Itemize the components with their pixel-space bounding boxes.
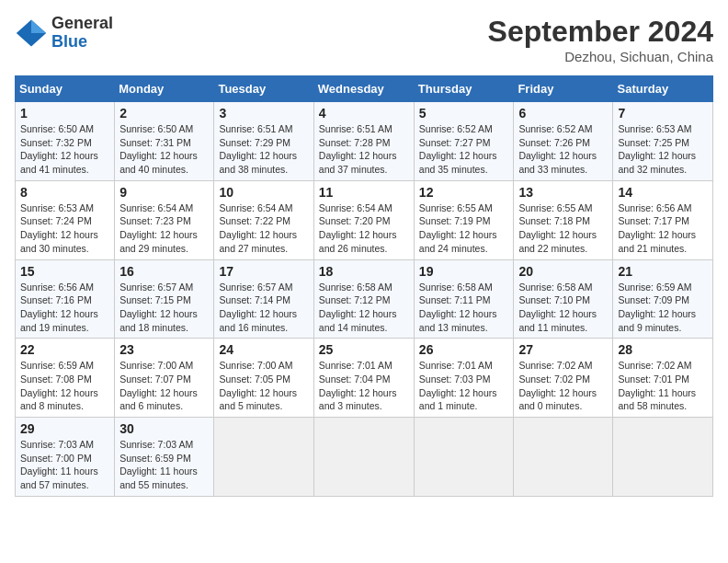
day-info: Sunrise: 7:01 AM Sunset: 7:03 PM Dayligh… [419,359,509,413]
sunrise-text: Sunrise: 7:02 AM [618,360,691,371]
day-cell-20: 20 Sunrise: 6:58 AM Sunset: 7:10 PM Dayl… [514,259,613,339]
sunrise-text: Sunrise: 6:59 AM [618,282,691,293]
day-cell-15: 15 Sunrise: 6:56 AM Sunset: 7:16 PM Dayl… [16,259,115,339]
sunset-text: Sunset: 7:05 PM [219,373,290,385]
daylight-text: Daylight: 12 hours and 41 minutes. [20,150,98,175]
sunrise-text: Sunrise: 6:54 AM [119,202,193,213]
day-cell-18: 18 Sunrise: 6:58 AM Sunset: 7:12 PM Dayl… [313,259,414,339]
day-cell-16: 16 Sunrise: 6:57 AM Sunset: 7:15 PM Dayl… [115,259,214,339]
day-cell-14: 14 Sunrise: 6:56 AM Sunset: 7:17 PM Dayl… [613,180,713,259]
header-day-sunday: Sunday [16,76,115,102]
day-number: 4 [319,106,409,121]
sunset-text: Sunset: 7:08 PM [20,373,92,385]
logo-text: General Blue [51,15,113,52]
daylight-text: Daylight: 12 hours and 19 minutes. [20,308,98,333]
header-day-saturday: Saturday [613,76,713,102]
day-cell-26: 26 Sunrise: 7:01 AM Sunset: 7:03 PM Dayl… [414,339,514,418]
daylight-text: Daylight: 12 hours and 1 minute. [419,387,497,412]
day-cell-3: 3 Sunrise: 6:51 AM Sunset: 7:29 PM Dayli… [214,102,313,181]
sunset-text: Sunset: 7:17 PM [618,215,689,226]
empty-cell [514,418,613,497]
header-day-thursday: Thursday [414,76,514,102]
sunset-text: Sunset: 7:07 PM [119,373,191,385]
sunset-text: Sunset: 7:27 PM [419,137,491,148]
daylight-text: Daylight: 12 hours and 35 minutes. [419,150,497,175]
sunset-text: Sunset: 7:28 PM [319,137,391,148]
day-number: 28 [618,342,708,357]
day-cell-17: 17 Sunrise: 6:57 AM Sunset: 7:14 PM Dayl… [214,259,313,339]
sunset-text: Sunset: 7:32 PM [20,137,92,148]
day-number: 20 [518,264,608,279]
sunset-text: Sunset: 6:59 PM [119,453,191,464]
daylight-text: Daylight: 12 hours and 18 minutes. [119,308,198,333]
sunrise-text: Sunrise: 6:51 AM [219,123,292,134]
day-number: 11 [319,185,409,200]
daylight-text: Daylight: 12 hours and 5 minutes. [219,387,297,412]
day-cell-19: 19 Sunrise: 6:58 AM Sunset: 7:11 PM Dayl… [414,259,514,339]
sunset-text: Sunset: 7:20 PM [319,215,391,226]
daylight-text: Daylight: 12 hours and 37 minutes. [319,150,397,175]
daylight-text: Daylight: 11 hours and 55 minutes. [119,465,198,490]
sunset-text: Sunset: 7:19 PM [419,215,491,226]
day-cell-22: 22 Sunrise: 6:59 AM Sunset: 7:08 PM Dayl… [16,339,115,418]
day-number: 23 [119,342,209,357]
day-number: 12 [419,185,509,200]
day-cell-13: 13 Sunrise: 6:55 AM Sunset: 7:18 PM Dayl… [514,180,613,259]
daylight-text: Daylight: 12 hours and 8 minutes. [20,387,98,412]
day-info: Sunrise: 6:58 AM Sunset: 7:12 PM Dayligh… [319,281,409,335]
sunrise-text: Sunrise: 6:59 AM [20,360,94,371]
day-info: Sunrise: 6:54 AM Sunset: 7:20 PM Dayligh… [319,201,409,256]
day-info: Sunrise: 6:51 AM Sunset: 7:28 PM Dayligh… [319,122,409,177]
logo: General Blue [15,15,113,52]
sunrise-text: Sunrise: 6:58 AM [518,282,592,293]
day-number: 24 [219,342,308,357]
sunset-text: Sunset: 7:31 PM [119,137,191,148]
day-info: Sunrise: 7:00 AM Sunset: 7:07 PM Dayligh… [119,359,209,413]
day-number: 29 [20,421,109,436]
day-number: 17 [219,264,308,279]
sunset-text: Sunset: 7:12 PM [319,294,391,305]
day-info: Sunrise: 7:03 AM Sunset: 6:59 PM Dayligh… [119,438,209,492]
sunrise-text: Sunrise: 6:50 AM [119,123,193,134]
page-header: General Blue September 2024 Dezhou, Sich… [15,15,713,64]
header-day-friday: Friday [514,76,613,102]
day-info: Sunrise: 7:02 AM Sunset: 7:01 PM Dayligh… [618,359,708,413]
day-cell-21: 21 Sunrise: 6:59 AM Sunset: 7:09 PM Dayl… [613,259,713,339]
day-info: Sunrise: 6:57 AM Sunset: 7:14 PM Dayligh… [219,281,308,335]
daylight-text: Daylight: 12 hours and 22 minutes. [518,229,597,254]
sunset-text: Sunset: 7:10 PM [518,294,590,305]
day-cell-1: 1 Sunrise: 6:50 AM Sunset: 7:32 PM Dayli… [16,102,115,181]
daylight-text: Daylight: 12 hours and 32 minutes. [618,150,696,175]
day-cell-7: 7 Sunrise: 6:53 AM Sunset: 7:25 PM Dayli… [613,102,713,181]
day-info: Sunrise: 6:56 AM Sunset: 7:17 PM Dayligh… [618,201,708,256]
daylight-text: Daylight: 12 hours and 33 minutes. [518,150,597,175]
day-number: 13 [518,185,608,200]
day-number: 9 [119,185,209,200]
day-info: Sunrise: 7:03 AM Sunset: 7:00 PM Dayligh… [20,438,109,492]
sunrise-text: Sunrise: 7:00 AM [219,360,292,371]
day-cell-30: 30 Sunrise: 7:03 AM Sunset: 6:59 PM Dayl… [115,418,214,497]
day-cell-6: 6 Sunrise: 6:52 AM Sunset: 7:26 PM Dayli… [514,102,613,181]
day-info: Sunrise: 6:54 AM Sunset: 7:23 PM Dayligh… [119,201,209,256]
day-cell-27: 27 Sunrise: 7:02 AM Sunset: 7:02 PM Dayl… [514,339,613,418]
calendar-row-1: 8 Sunrise: 6:53 AM Sunset: 7:24 PM Dayli… [16,180,713,259]
sunset-text: Sunset: 7:04 PM [319,373,391,385]
day-number: 27 [518,342,608,357]
sunrise-text: Sunrise: 7:03 AM [119,439,193,450]
day-number: 2 [119,106,209,121]
day-cell-24: 24 Sunrise: 7:00 AM Sunset: 7:05 PM Dayl… [214,339,313,418]
daylight-text: Daylight: 12 hours and 16 minutes. [219,308,297,333]
sunrise-text: Sunrise: 6:54 AM [219,202,292,213]
day-info: Sunrise: 6:58 AM Sunset: 7:11 PM Dayligh… [419,281,509,335]
sunrise-text: Sunrise: 7:01 AM [419,360,493,371]
sunset-text: Sunset: 7:24 PM [20,215,92,226]
sunset-text: Sunset: 7:25 PM [618,137,689,148]
day-cell-8: 8 Sunrise: 6:53 AM Sunset: 7:24 PM Dayli… [16,180,115,259]
empty-cell [613,418,713,497]
svg-marker-1 [31,19,46,32]
header-row: SundayMondayTuesdayWednesdayThursdayFrid… [16,76,713,102]
day-cell-25: 25 Sunrise: 7:01 AM Sunset: 7:04 PM Dayl… [313,339,414,418]
sunrise-text: Sunrise: 6:54 AM [319,202,392,213]
empty-cell [214,418,313,497]
header-day-tuesday: Tuesday [214,76,313,102]
